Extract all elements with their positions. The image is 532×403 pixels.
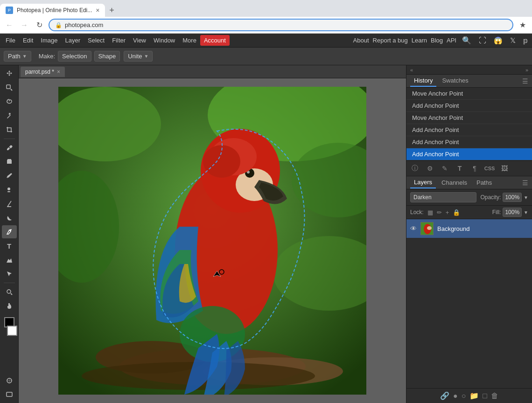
blend-mode-select[interactable]: Darken Normal Multiply Screen: [410, 192, 476, 202]
menu-filter[interactable]: Filter: [108, 35, 129, 46]
text-panel-icon-btn[interactable]: T: [452, 162, 467, 175]
new-layer-icon[interactable]: □: [483, 392, 487, 400]
back-button[interactable]: ←: [4, 20, 15, 31]
magic-wand-tool[interactable]: [2, 109, 17, 122]
smudge-tool[interactable]: [2, 211, 17, 224]
facebook-icon[interactable]: 𝕡: [521, 36, 530, 45]
selection-tool[interactable]: [2, 81, 17, 94]
history-menu-icon[interactable]: ☰: [522, 77, 528, 85]
menu-image[interactable]: Image: [37, 35, 61, 46]
menu-api[interactable]: API: [447, 37, 456, 44]
brush-panel-icon-btn[interactable]: ✎: [437, 162, 452, 175]
browser-tab[interactable]: P Photopea | Online Photo Edi... ×: [0, 4, 105, 17]
tab-layers[interactable]: Layers: [410, 177, 436, 188]
screen-mode-btn[interactable]: [2, 388, 17, 401]
reddit-icon[interactable]: 😱: [492, 36, 504, 45]
canvas-tab[interactable]: parrot.psd * ×: [21, 67, 65, 77]
forward-button[interactable]: →: [19, 20, 30, 31]
menu-learn[interactable]: Learn: [412, 37, 427, 44]
layer-effects-icon[interactable]: ●: [453, 392, 458, 400]
opacity-value[interactable]: 100%: [503, 193, 522, 202]
layer-background[interactable]: 👁 Background: [406, 219, 532, 238]
tab-swatches[interactable]: Swatches: [438, 75, 472, 87]
eraser-tool[interactable]: [2, 197, 17, 210]
menu-file[interactable]: File: [2, 35, 19, 46]
quick-mask-btn[interactable]: [2, 374, 17, 387]
url-field[interactable]: 🔒 photopea.com: [49, 19, 513, 31]
lock-lock-icon[interactable]: 🔒: [453, 209, 460, 216]
history-item-1[interactable]: Add Anchor Point: [406, 100, 532, 112]
bucket-tool[interactable]: [2, 155, 17, 168]
tab-close-icon[interactable]: ×: [96, 7, 99, 14]
menu-layer[interactable]: Layer: [62, 35, 84, 46]
info-icon-btn[interactable]: ⓘ: [407, 162, 422, 175]
search-icon[interactable]: 🔍: [460, 36, 473, 45]
vector-tool[interactable]: [2, 253, 17, 266]
history-item-2[interactable]: Move Anchor Point: [406, 112, 532, 124]
history-item-0[interactable]: Move Anchor Point: [406, 88, 532, 100]
lock-all-icon[interactable]: +: [446, 209, 449, 216]
lock-pixels-icon[interactable]: ▦: [427, 209, 433, 216]
crop-tool[interactable]: [2, 123, 17, 136]
history-item-3[interactable]: Add Anchor Point: [406, 124, 532, 136]
move-tool[interactable]: [2, 67, 17, 80]
history-item-4[interactable]: Add Anchor Point: [406, 136, 532, 148]
fullscreen-icon[interactable]: ⛶: [477, 36, 488, 45]
layers-menu-icon[interactable]: ☰: [522, 179, 528, 187]
canvas-container[interactable]: [19, 78, 406, 403]
eyedropper-tool[interactable]: [2, 141, 17, 154]
panel-right-collapse[interactable]: »: [525, 67, 528, 73]
tab-history[interactable]: History: [410, 75, 436, 87]
new-tab-button[interactable]: +: [105, 4, 118, 17]
menu-blog[interactable]: Blog: [431, 37, 443, 44]
text-tool[interactable]: T: [2, 239, 17, 252]
tab-channels[interactable]: Channels: [438, 177, 471, 188]
browser-action-1[interactable]: ★: [517, 20, 528, 31]
menu-report-bug[interactable]: Report a bug: [373, 37, 408, 44]
menu-window[interactable]: Window: [150, 35, 179, 46]
pen-tool[interactable]: [2, 225, 17, 238]
menu-more[interactable]: More: [179, 35, 200, 46]
layer-visibility-icon[interactable]: 👁: [410, 225, 417, 232]
browser-tab-bar: P Photopea | Online Photo Edi... × +: [0, 0, 532, 17]
tab-label: Photopea | Online Photo Edi...: [17, 7, 92, 14]
history-item-5[interactable]: Add Anchor Point: [406, 148, 532, 160]
menu-select[interactable]: Select: [84, 35, 108, 46]
selection-button[interactable]: Selection: [58, 51, 91, 62]
menu-account[interactable]: Account: [200, 35, 230, 46]
image-panel-icon-btn[interactable]: 🖼: [497, 162, 512, 175]
canvas-tab-close-icon[interactable]: ×: [57, 69, 60, 75]
opacity-dropdown-icon[interactable]: ▼: [524, 195, 528, 200]
unite-selector[interactable]: Unite ▼: [124, 51, 153, 62]
shape-button[interactable]: Shape: [94, 51, 120, 62]
menu-view[interactable]: View: [129, 35, 150, 46]
stamp-tool[interactable]: [2, 183, 17, 196]
zoom-tool[interactable]: [2, 285, 17, 299]
new-group-icon[interactable]: 📁: [469, 391, 479, 400]
unite-chevron-icon: ▼: [144, 54, 149, 59]
css-panel-icon-btn[interactable]: CSS: [482, 162, 497, 175]
delete-layer-icon[interactable]: 🗑: [491, 392, 498, 400]
panel-left-collapse[interactable]: «: [410, 67, 413, 73]
para-panel-icon-btn[interactable]: ¶: [467, 162, 482, 175]
hand-tool[interactable]: [2, 299, 17, 313]
lasso-tool[interactable]: [2, 95, 17, 108]
link-layers-icon[interactable]: 🔗: [440, 391, 449, 400]
path-select-tool[interactable]: [2, 267, 17, 280]
lock-position-icon[interactable]: ✏: [437, 209, 442, 216]
menu-right-items: About Report a bug Learn Blog API 🔍 ⛶ 😱 …: [353, 36, 530, 45]
path-selector[interactable]: Path ▼: [4, 51, 31, 62]
menu-about[interactable]: About: [353, 37, 369, 44]
menu-edit[interactable]: Edit: [19, 35, 37, 46]
refresh-button[interactable]: ↻: [34, 20, 45, 31]
twitter-icon[interactable]: 𝕏: [508, 36, 518, 45]
fill-value[interactable]: 100%: [503, 208, 522, 217]
fill-control: Fill: 100% ▼: [492, 208, 528, 217]
settings-icon-btn[interactable]: ⚙: [422, 162, 437, 175]
brush-tool[interactable]: [2, 169, 17, 182]
tab-paths[interactable]: Paths: [473, 177, 496, 188]
fill-dropdown-icon[interactable]: ▼: [524, 210, 528, 215]
background-color[interactable]: [7, 326, 17, 336]
tab-favicon: P: [6, 7, 13, 14]
layer-mask-icon[interactable]: ○: [462, 392, 466, 400]
